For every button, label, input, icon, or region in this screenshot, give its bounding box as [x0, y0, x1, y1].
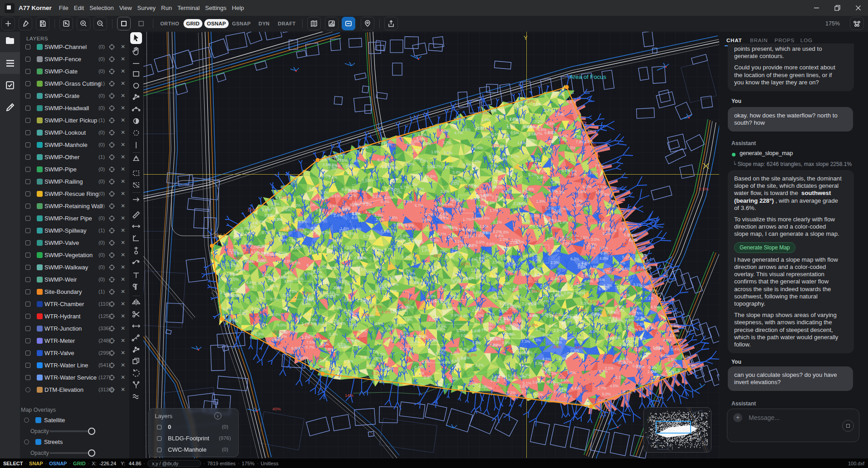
svg-text:1.8%: 1.8%: [373, 356, 382, 361]
svg-text:6.4%: 6.4%: [307, 263, 316, 268]
svg-text:6.6%: 6.6%: [449, 376, 458, 381]
svg-text:3.0%: 3.0%: [427, 165, 436, 169]
svg-text:2.9%: 2.9%: [536, 199, 545, 204]
svg-text:0.4%: 0.4%: [488, 266, 497, 270]
svg-text:3.2%: 3.2%: [493, 229, 502, 234]
svg-text:2.0%: 2.0%: [528, 322, 538, 327]
svg-text:3.3%: 3.3%: [500, 256, 510, 261]
svg-text:21%: 21%: [461, 261, 470, 266]
svg-text:3.9%: 3.9%: [502, 341, 511, 345]
svg-text:0.8%: 0.8%: [502, 190, 511, 194]
svg-text:1.4%: 1.4%: [418, 132, 427, 137]
svg-text:3.6%: 3.6%: [577, 265, 586, 269]
svg-text:7.6%: 7.6%: [289, 289, 298, 294]
svg-text:0.3%: 0.3%: [410, 280, 419, 285]
svg-text:0.4%: 0.4%: [385, 338, 394, 343]
svg-text:4.8%: 4.8%: [309, 229, 319, 234]
svg-text:6.7%: 6.7%: [302, 291, 312, 296]
svg-text:6.0%: 6.0%: [478, 195, 487, 199]
svg-text:6.7%: 6.7%: [445, 165, 454, 170]
svg-text:2.5%: 2.5%: [380, 367, 389, 371]
svg-text:7.3%: 7.3%: [328, 166, 337, 171]
svg-text:1.2%: 1.2%: [567, 146, 576, 150]
svg-text:1.9%: 1.9%: [431, 150, 440, 154]
svg-text:2.2%: 2.2%: [475, 363, 484, 367]
svg-text:4.3%: 4.3%: [564, 320, 573, 324]
svg-text:7.0%: 7.0%: [526, 138, 535, 142]
svg-text:36%: 36%: [607, 251, 616, 256]
svg-text:1.8%: 1.8%: [255, 281, 264, 286]
svg-text:2.5%: 2.5%: [554, 328, 563, 333]
svg-text:6.8%: 6.8%: [491, 274, 500, 278]
svg-text:3.9%: 3.9%: [490, 158, 499, 162]
svg-text:6.3%: 6.3%: [372, 370, 382, 375]
svg-text:30%: 30%: [591, 170, 600, 175]
svg-text:4.8%: 4.8%: [565, 235, 575, 240]
svg-text:0.3%: 0.3%: [402, 268, 411, 273]
svg-text:4.5%: 4.5%: [562, 241, 571, 246]
svg-text:7.2%: 7.2%: [406, 349, 415, 353]
svg-text:4.8%: 4.8%: [644, 324, 653, 328]
svg-text:2.4%: 2.4%: [543, 333, 552, 337]
svg-text:3.0%: 3.0%: [557, 208, 567, 213]
svg-text:4.6%: 4.6%: [354, 256, 363, 260]
svg-text:4.1%: 4.1%: [531, 157, 540, 162]
svg-text:0.9%: 0.9%: [615, 304, 624, 309]
svg-text:4.5%: 4.5%: [542, 357, 551, 361]
svg-text:4.1%: 4.1%: [483, 255, 492, 260]
svg-text:5.6%: 5.6%: [344, 359, 353, 364]
svg-text:3.9%: 3.9%: [278, 275, 287, 279]
svg-text:4.0%: 4.0%: [555, 93, 564, 97]
svg-text:2.9%: 2.9%: [351, 202, 360, 206]
svg-text:6.7%: 6.7%: [274, 217, 283, 222]
svg-text:4.5%: 4.5%: [546, 122, 555, 126]
svg-text:7.1%: 7.1%: [376, 265, 385, 270]
svg-text:1.7%: 1.7%: [463, 217, 472, 222]
svg-text:0.7%: 0.7%: [574, 340, 583, 344]
svg-text:3.0%: 3.0%: [591, 237, 600, 242]
svg-text:6.7%: 6.7%: [446, 255, 455, 260]
svg-text:7.8%: 7.8%: [509, 288, 518, 292]
svg-text:3.7%: 3.7%: [346, 338, 355, 343]
svg-text:1.7%: 1.7%: [472, 334, 481, 338]
svg-text:45%: 45%: [304, 322, 313, 327]
svg-text:3.2%: 3.2%: [425, 212, 434, 217]
svg-text:0.9%: 0.9%: [543, 213, 552, 217]
svg-text:6.6%: 6.6%: [584, 279, 593, 283]
svg-text:0.4%: 0.4%: [520, 272, 530, 277]
svg-text:1.0%: 1.0%: [506, 123, 515, 128]
svg-text:4.0%: 4.0%: [277, 323, 286, 327]
svg-text:2.5%: 2.5%: [292, 261, 301, 265]
svg-text:5.6%: 5.6%: [299, 219, 308, 224]
svg-text:5.3%: 5.3%: [441, 129, 450, 133]
svg-text:5.3%: 5.3%: [603, 283, 613, 288]
svg-text:6.7%: 6.7%: [422, 281, 432, 285]
svg-text:7.4%: 7.4%: [385, 327, 394, 331]
svg-text:6.3%: 6.3%: [501, 133, 510, 138]
svg-text:3.3%: 3.3%: [400, 331, 409, 335]
svg-text:39%: 39%: [616, 197, 625, 202]
svg-text:6.8%: 6.8%: [291, 346, 300, 351]
svg-text:3.0%: 3.0%: [365, 270, 374, 274]
svg-text:1.5%: 1.5%: [383, 294, 392, 298]
svg-text:3.7%: 3.7%: [363, 234, 372, 239]
svg-text:1.1%: 1.1%: [218, 277, 227, 281]
svg-text:5.7%: 5.7%: [528, 172, 537, 177]
svg-text:5.1%: 5.1%: [567, 99, 576, 104]
svg-text:3.2%: 3.2%: [450, 294, 459, 298]
svg-text:5.8%: 5.8%: [577, 190, 586, 194]
svg-text:0.4%: 0.4%: [472, 216, 481, 221]
svg-text:4.9%: 4.9%: [456, 207, 466, 211]
svg-text:1.2%: 1.2%: [486, 312, 495, 316]
svg-text:4.1%: 4.1%: [331, 292, 340, 297]
svg-text:3.1%: 3.1%: [539, 293, 548, 298]
svg-text:1.9%: 1.9%: [480, 224, 489, 229]
svg-text:7.2%: 7.2%: [376, 286, 385, 290]
svg-text:1.1%: 1.1%: [445, 236, 454, 241]
svg-text:4.8%: 4.8%: [545, 218, 554, 222]
svg-text:4.7%: 4.7%: [461, 286, 471, 290]
svg-text:4.7%: 4.7%: [504, 171, 513, 176]
svg-text:5.7%: 5.7%: [508, 374, 517, 378]
svg-text:6.1%: 6.1%: [437, 232, 446, 236]
svg-text:6.2%: 6.2%: [453, 280, 462, 284]
